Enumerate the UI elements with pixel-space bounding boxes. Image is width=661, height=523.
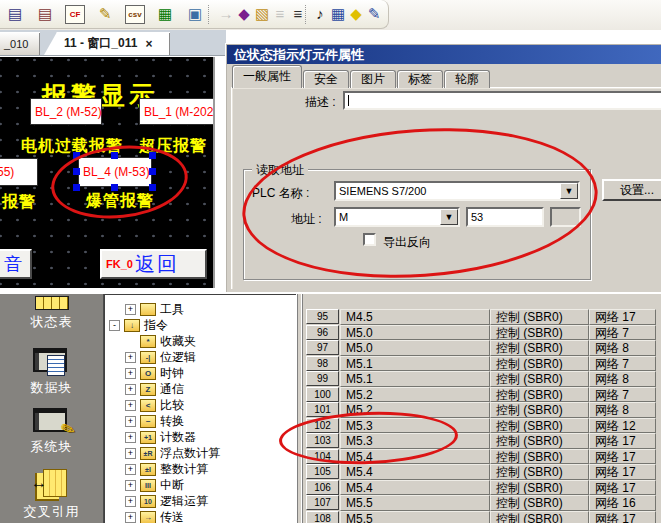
plc-name-combobox[interactable]: SIEMENS S7/200 ▼ <box>334 181 580 201</box>
xref-row-108[interactable]: 108M5.5控制 (SBR0)网络 17 <box>303 511 659 523</box>
xref-row-103[interactable]: 103M5.3控制 (SBR0)网络 17 <box>303 433 659 449</box>
row-header-button[interactable]: 96 <box>306 325 339 340</box>
dropdown-arrow-icon[interactable]: ▼ <box>440 209 458 225</box>
xref-row-97[interactable]: 97M5.0控制 (SBR0)网络 8 <box>303 340 659 356</box>
shape-library-icon[interactable]: ≡ <box>270 4 290 24</box>
tree-float-math[interactable]: +±R浮点数计算 <box>125 445 220 461</box>
tab-security[interactable]: 安全 <box>303 70 349 88</box>
sound-library-icon[interactable]: ♪ <box>310 4 330 24</box>
tree-instructions[interactable]: -↓指令 <box>109 317 168 333</box>
xref-row-102[interactable]: 102M5.3控制 (SBR0)网络 12 <box>303 418 659 434</box>
selection-handle[interactable] <box>73 184 80 191</box>
description-input[interactable] <box>343 91 661 110</box>
settings-button[interactable]: 设置... <box>602 179 661 201</box>
address-tags-icon[interactable]: ◆ <box>346 4 366 24</box>
row-header-button[interactable]: 104 <box>306 449 339 464</box>
xref-row-99[interactable]: 99M5.1控制 (SBR0)网络 8 <box>303 371 659 387</box>
expand-icon[interactable]: + <box>125 432 136 443</box>
tree-communication[interactable]: +Z通信 <box>125 381 184 397</box>
hmi-lamp-bl4-selected[interactable]: BL_4 (M-53) <box>78 157 152 187</box>
xref-row-98[interactable]: 98M5.1控制 (SBR0)网络 7 <box>303 356 659 372</box>
dialog-title-bar[interactable]: 位状态指示灯元件属性 <box>227 45 661 64</box>
expand-icon[interactable]: + <box>125 352 136 363</box>
upload-from-hmi-icon[interactable]: ▤ <box>35 4 55 24</box>
row-header-button[interactable]: 101 <box>306 402 339 417</box>
tab-profile[interactable]: 轮廓 <box>444 70 490 88</box>
nav-data-block-icon[interactable] <box>33 346 71 376</box>
xref-row-104[interactable]: 104M5.4控制 (SBR0)网络 17 <box>303 449 659 465</box>
tab-general[interactable]: 一般属性 <box>232 65 302 88</box>
hmi-back-button[interactable]: FK_0 返回 <box>100 249 207 279</box>
expand-icon[interactable]: + <box>125 304 136 315</box>
row-header-button[interactable]: 108 <box>306 511 339 523</box>
picture-library-icon[interactable]: ▧ <box>252 4 272 24</box>
edit-document-icon[interactable]: ✎ <box>364 4 384 24</box>
tree-bit-logic[interactable]: +-|位逻辑 <box>125 349 196 365</box>
xref-row-96[interactable]: 96M5.0控制 (SBR0)网络 7 <box>303 325 659 341</box>
xref-row-105[interactable]: 105M5.4控制 (SBR0)网络 17 <box>303 464 659 480</box>
expand-icon[interactable]: + <box>125 480 136 491</box>
expand-icon[interactable]: + <box>125 464 136 475</box>
tab-label[interactable]: 标签 <box>397 70 443 88</box>
edit-pencil-icon[interactable]: ✎ <box>95 4 115 24</box>
tab-window-011[interactable]: 11 - 窗口_011 × <box>44 32 170 55</box>
xref-row-106[interactable]: 106M5.4控制 (SBR0)网络 17 <box>303 480 659 496</box>
tab-picture[interactable]: 图片 <box>350 70 396 88</box>
tree-favorites[interactable]: *收藏夹 <box>125 333 196 349</box>
expand-icon[interactable]: + <box>125 496 136 507</box>
row-header-button[interactable]: 102 <box>306 418 339 433</box>
tree-convert[interactable]: +~转换 <box>125 413 184 429</box>
row-header-button[interactable]: 107 <box>306 495 339 510</box>
selection-handle[interactable] <box>111 184 118 191</box>
selection-handle[interactable] <box>73 168 80 175</box>
selection-handle[interactable] <box>149 168 156 175</box>
expand-icon[interactable]: + <box>125 512 136 523</box>
selection-handle[interactable] <box>111 152 118 159</box>
connect-device-icon[interactable]: → <box>216 4 236 24</box>
selection-handle[interactable] <box>73 152 80 159</box>
recipe-table-icon[interactable]: ▦ <box>155 4 175 24</box>
hmi-lamp-bl1[interactable]: BL_1 (M-202) <box>139 98 214 125</box>
tree-counter[interactable]: ++1计数器 <box>125 429 196 445</box>
row-header-button[interactable]: 95 <box>306 309 339 324</box>
macro-table-icon[interactable]: ▦ <box>328 4 348 24</box>
hmi-lamp-bl3-partial[interactable]: (M-55) <box>0 158 38 186</box>
expand-icon[interactable]: + <box>125 368 136 379</box>
import-library-icon[interactable]: ◆ <box>234 4 254 24</box>
row-header-button[interactable]: 99 <box>306 371 339 386</box>
xref-row-107[interactable]: 107M5.5控制 (SBR0)网络 16 <box>303 495 659 511</box>
tree-integer-math[interactable]: +±I整数计算 <box>125 461 208 477</box>
tree-logic-ops[interactable]: +10逻辑运算 <box>125 493 208 509</box>
csv-export-icon[interactable]: csv <box>125 5 145 24</box>
row-header-button[interactable]: 98 <box>306 356 339 371</box>
hmi-lamp-bl2[interactable]: BL_2 (M-52) <box>30 98 102 125</box>
row-header-button[interactable]: 103 <box>306 433 339 448</box>
expand-icon[interactable]: + <box>125 384 136 395</box>
tree-tools[interactable]: +工具 <box>125 301 184 317</box>
dropdown-arrow-icon[interactable]: ▼ <box>560 183 578 199</box>
address-value-input[interactable]: 53 <box>466 207 544 227</box>
xref-row-100[interactable]: 100M5.2控制 (SBR0)网络 7 <box>303 387 659 403</box>
expand-icon[interactable]: + <box>125 416 136 427</box>
tree-move[interactable]: +→传送 <box>125 509 184 523</box>
hmi-mute-button-partial[interactable]: 音 <box>0 249 32 279</box>
simulate-window-icon[interactable]: ▣ <box>185 4 205 24</box>
nav-status-chart[interactable]: 状态表 <box>0 313 103 331</box>
tree-interrupt[interactable]: +III中断 <box>125 477 184 493</box>
tree-compare[interactable]: +<比较 <box>125 397 184 413</box>
expand-icon[interactable]: + <box>125 448 136 459</box>
download-to-hmi-icon[interactable]: ▤ <box>5 4 25 24</box>
invert-signal-checkbox[interactable] <box>363 233 376 246</box>
hmi-screen-canvas[interactable]: 报警显示 BL_2 (M-52) BL_1 (M-202) 电机过载报警 超压报… <box>0 57 215 288</box>
selection-handle[interactable] <box>149 184 156 191</box>
nav-data-block[interactable]: 数据块 <box>0 379 103 397</box>
cf-card-icon[interactable]: CF <box>65 5 85 24</box>
row-header-button[interactable]: 100 <box>306 387 339 402</box>
tab-window-010[interactable]: _010 <box>0 32 40 55</box>
tree-clock[interactable]: +O时钟 <box>125 365 184 381</box>
tab-close-icon[interactable]: × <box>145 37 152 51</box>
nav-cross-reference-icon[interactable] <box>33 469 71 499</box>
row-header-button[interactable]: 97 <box>306 340 339 355</box>
collapse-icon[interactable]: - <box>109 320 120 331</box>
address-type-combobox[interactable]: M ▼ <box>334 207 460 227</box>
